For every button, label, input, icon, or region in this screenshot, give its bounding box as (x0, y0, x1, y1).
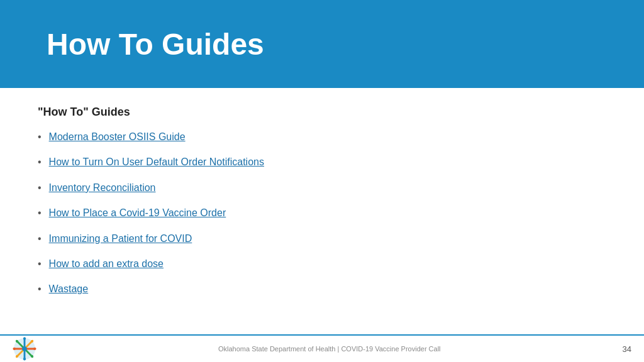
list-item: •How to Place a Covid-19 Vaccine Order (38, 206, 606, 220)
oklahoma-health-logo (13, 337, 36, 361)
svg-point-9 (33, 348, 36, 350)
bullet-icon: • (38, 232, 42, 246)
svg-point-13 (16, 355, 18, 358)
svg-point-8 (13, 348, 16, 350)
list-item: •Moderna Booster OSIIS Guide (38, 130, 606, 144)
guide-link-6[interactable]: Wastage (49, 282, 89, 296)
guide-link-3[interactable]: How to Place a Covid-19 Vaccine Order (49, 206, 226, 220)
guide-link-5[interactable]: How to add an extra dose (49, 257, 164, 271)
slide-content: "How To" Guides •Moderna Booster OSIIS G… (0, 88, 644, 321)
bullet-icon: • (38, 257, 42, 271)
list-item: •Inventory Reconciliation (38, 181, 606, 195)
bullet-icon: • (38, 181, 42, 195)
svg-point-11 (31, 355, 33, 358)
guide-link-1[interactable]: How to Turn On User Default Order Notifi… (49, 155, 264, 169)
footer-page-number: 34 (623, 344, 631, 354)
guide-link-0[interactable]: Moderna Booster OSIIS Guide (49, 130, 186, 144)
svg-point-10 (16, 340, 18, 343)
svg-point-6 (23, 337, 26, 340)
guide-list: •Moderna Booster OSIIS Guide•How to Turn… (38, 130, 606, 297)
footer-center-text: Oklahoma State Department of Health | CO… (36, 345, 623, 353)
list-item: •Immunizing a Patient for COVID (38, 232, 606, 246)
bullet-icon: • (38, 206, 42, 220)
svg-point-7 (23, 358, 26, 360)
bullet-icon: • (38, 282, 42, 296)
list-item: •Wastage (38, 282, 606, 296)
page-title: How To Guides (47, 27, 264, 62)
guide-link-2[interactable]: Inventory Reconciliation (49, 181, 156, 195)
bullet-icon: • (38, 155, 42, 169)
bullet-icon: • (38, 130, 42, 144)
section-title: "How To" Guides (38, 106, 606, 119)
list-item: •How to Turn On User Default Order Notif… (38, 155, 606, 169)
slide-header: How To Guides (0, 0, 644, 88)
svg-point-12 (31, 340, 33, 343)
slide-footer: Oklahoma State Department of Health | CO… (0, 334, 644, 362)
guide-link-4[interactable]: Immunizing a Patient for COVID (49, 232, 192, 246)
svg-point-5 (22, 346, 27, 351)
list-item: •How to add an extra dose (38, 257, 606, 271)
